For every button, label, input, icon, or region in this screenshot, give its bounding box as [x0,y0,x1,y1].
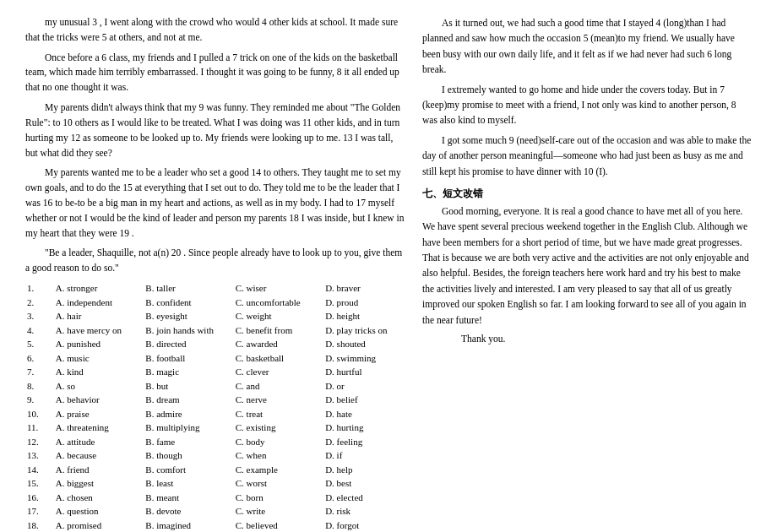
choice-row: 5. A. punished B. directed C. awarded D.… [25,337,405,351]
choice-row: 9. A. behavior B. dream C. nerve D. beli… [25,393,405,407]
choice-b: B. eyesight [144,309,233,323]
choice-num: 11. [25,421,54,435]
choice-b: B. but [144,379,233,394]
left-para4: My parents wanted me to be a leader who … [25,166,405,241]
choice-d: D. risk [323,504,405,518]
choice-b: B. join hands with [144,323,233,338]
choice-num: 16. [25,491,54,505]
choice-c: C. treat [234,407,323,421]
choice-a: A. biggest [54,476,144,491]
choice-row: 4. A. have mercy on B. join hands with C… [25,323,405,338]
choice-row: 3. A. hair B. eyesight C. weight D. heig… [25,309,405,323]
choice-c: C. basketball [234,351,323,366]
choice-row: 13. A. because B. though C. when D. if [25,448,405,463]
choice-b: B. imagined [144,518,233,533]
page: my unusual 3 , I went along with the cro… [0,0,777,532]
choice-c: C. when [234,448,323,463]
choice-d: D. height [323,309,405,323]
choice-b: B. magic [144,365,233,379]
choice-a: A. question [54,504,144,518]
choice-num: 5. [25,337,54,351]
choice-a: A. independent [54,296,144,310]
choice-d: D. hurting [323,421,405,435]
choice-row: 8. A. so B. but C. and D. or [25,379,405,394]
choice-num: 2. [25,296,54,310]
choice-c: C. worst [234,476,323,491]
choice-b: B. confident [144,296,233,310]
choice-b: B. admire [144,407,233,421]
choice-row: 11. A. threatening B. multiplying C. exi… [25,421,405,435]
choice-c: C. uncomfortable [234,296,323,310]
choice-row: 6. A. music B. football C. basketball D.… [25,351,405,366]
choice-num: 10. [25,407,54,421]
choice-num: 8. [25,379,54,394]
choice-a: A. hair [54,309,144,323]
right-column: As it turned out, we had such a good tim… [422,15,752,532]
choice-d: D. elected [323,491,405,505]
choice-d: D. if [323,448,405,463]
choice-c: C. believed [234,518,323,533]
choice-a: A. because [54,448,144,463]
choice-d: D. forgot [323,518,405,533]
content-area: my unusual 3 , I went along with the cro… [25,15,752,532]
choice-b: B. comfort [144,463,233,477]
choice-c: C. existing [234,421,323,435]
choice-c: C. benefit from [234,323,323,338]
choice-a: A. threatening [54,421,144,435]
choice-c: C. clever [234,365,323,379]
choice-d: D. shouted [323,337,405,351]
section7-para: Good morning, everyone. It is real a goo… [422,204,752,328]
choice-num: 13. [25,448,54,463]
choice-a: A. chosen [54,491,144,505]
choice-c: C. wiser [234,281,323,296]
choice-a: A. praise [54,407,144,421]
choice-a: A. attitude [54,435,144,449]
choice-c: C. body [234,435,323,449]
choices-table: 1. A. stronger B. taller C. wiser D. bra… [25,281,405,532]
thank-you: Thank you. [422,332,752,346]
choice-c: C. awarded [234,337,323,351]
left-para5: "Be a leader, Shaquille, not a(n) 20 . S… [25,246,405,276]
choice-num: 1. [25,281,54,296]
choice-a: A. kind [54,365,144,379]
choice-d: D. hurtful [323,365,405,379]
choice-a: A. have mercy on [54,323,144,338]
choice-a: A. friend [54,463,144,477]
left-para1: my unusual 3 , I went along with the cro… [25,15,405,46]
choice-num: 3. [25,309,54,323]
choice-row: 15. A. biggest B. least C. worst D. best [25,476,405,491]
choice-b: B. meant [144,491,233,505]
choice-a: A. behavior [54,393,144,407]
choice-d: D. feeling [323,435,405,449]
choice-d: D. swimming [323,351,405,366]
choice-a: A. stronger [54,281,144,296]
section7: 七、短文改错 Good morning, everyone. It is rea… [422,186,752,346]
choice-b: B. dream [144,393,233,407]
choice-b: B. devote [144,504,233,518]
choice-row: 2. A. independent B. confident C. uncomf… [25,296,405,310]
choice-a: A. punished [54,337,144,351]
choice-c: C. nerve [234,393,323,407]
choice-b: B. taller [144,281,233,296]
choice-num: 7. [25,365,54,379]
right-para2: I extremely wanted to go home and hide u… [422,82,752,128]
choice-a: A. music [54,351,144,366]
choice-num: 17. [25,504,54,518]
choice-num: 6. [25,351,54,366]
choice-row: 17. A. question B. devote C. write D. ri… [25,504,405,518]
choice-c: C. example [234,463,323,477]
choice-a: A. promised [54,518,144,533]
choice-row: 7. A. kind B. magic C. clever D. hurtful [25,365,405,379]
choice-d: D. or [323,379,405,394]
right-para3: I got some much 9 (need)self-care out of… [422,133,752,179]
choice-d: D. play tricks on [323,323,405,338]
choice-c: C. born [234,491,323,505]
left-para2: Once before a 6 class, my friends and I … [25,51,405,95]
choice-b: B. football [144,351,233,366]
choice-num: 18. [25,518,54,533]
choice-d: D. braver [323,281,405,296]
choice-a: A. so [54,379,144,394]
choice-d: D. hate [323,407,405,421]
choice-d: D. best [323,476,405,491]
left-para3: My parents didn't always think that my 9… [25,100,405,160]
